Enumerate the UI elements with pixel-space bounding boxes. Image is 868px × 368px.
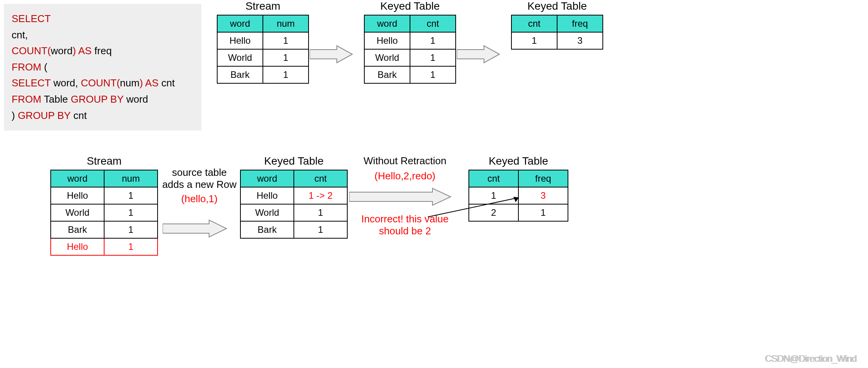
pointer-arrow-icon bbox=[426, 194, 527, 221]
table-title: Stream bbox=[217, 0, 309, 12]
svg-marker-1 bbox=[513, 197, 519, 202]
table-title: Keyed Table bbox=[364, 0, 456, 12]
arrow-icon bbox=[457, 43, 503, 66]
without-retraction-note: Without Retraction (Hello,2,redo) bbox=[347, 155, 463, 182]
top-keyed2-table: cntfreq 13 bbox=[511, 15, 603, 50]
bottom-keyed1-block: Keyed Table wordcnt Hello1 -> 2 World1 B… bbox=[240, 155, 348, 239]
bottom-stream-table: wordnum Hello1 World1 Bark1 Hello1 bbox=[50, 170, 158, 256]
svg-line-0 bbox=[428, 198, 519, 217]
top-keyed1-table: wordcnt Hello1 World1 Bark1 bbox=[364, 15, 456, 84]
table-title: Keyed Table bbox=[240, 155, 348, 167]
source-table-note: source table adds a new Row (hello,1) bbox=[155, 167, 244, 205]
table-title: Stream bbox=[50, 155, 158, 167]
top-keyed2-block: Keyed Table cntfreq 13 bbox=[511, 0, 603, 50]
top-keyed1-block: Keyed Table wordcnt Hello1 World1 Bark1 bbox=[364, 0, 456, 84]
bottom-stream-block: Stream wordnum Hello1 World1 Bark1 Hello… bbox=[50, 155, 158, 256]
sql-code-block: SELECT cnt, COUNT(word) AS freq FROM ( S… bbox=[4, 4, 201, 131]
bottom-keyed1-table: wordcnt Hello1 -> 2 World1 Bark1 bbox=[240, 170, 348, 239]
table-title: Keyed Table bbox=[468, 155, 568, 167]
arrow-icon bbox=[310, 43, 356, 66]
arrow-icon bbox=[163, 217, 228, 240]
top-stream-block: Stream wordnum Hello1 World1 Bark1 bbox=[217, 0, 309, 84]
watermark: CSDN@Direction_Wind bbox=[765, 353, 856, 364]
table-title: Keyed Table bbox=[511, 0, 603, 12]
top-stream-table: wordnum Hello1 World1 Bark1 bbox=[217, 15, 309, 84]
